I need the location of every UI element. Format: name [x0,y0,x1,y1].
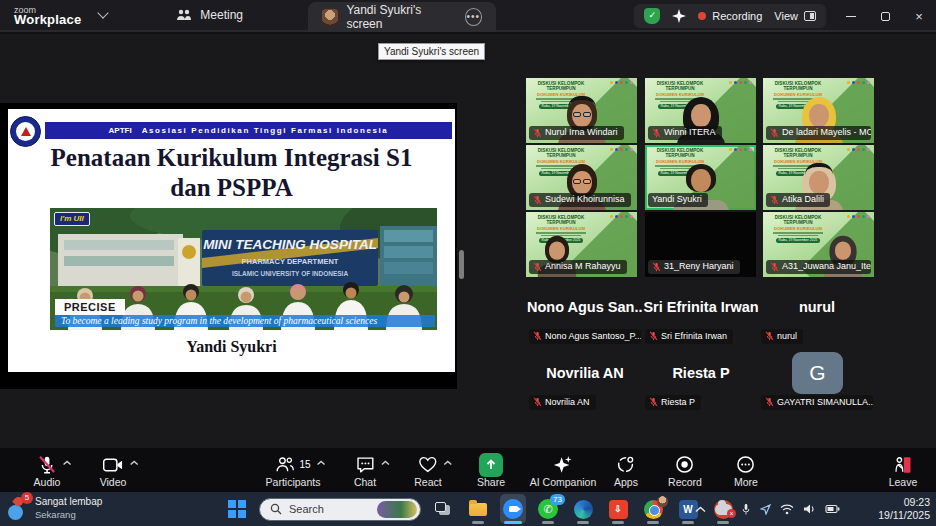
battery-icon[interactable] [825,504,840,514]
wifi-icon[interactable] [780,504,794,515]
start-button[interactable] [224,494,250,524]
apps-button[interactable]: Record Apps [614,450,638,492]
chevron-up-icon[interactable] [444,460,453,466]
react-button[interactable]: React [414,450,441,492]
edge-icon [574,500,593,519]
share-button[interactable]: Share [477,450,505,492]
chevron-down-icon[interactable] [98,7,109,18]
audio-button[interactable]: Audio [34,450,61,492]
zoom-workplace-logo: zoom Workplace [14,5,81,25]
participant-big-name: Sri Efrinita Irwan [643,299,759,315]
muted-mic-icon [533,128,542,138]
people-icon [176,8,192,22]
chrome-button[interactable] [640,494,666,524]
recording-label: Recording [712,10,762,22]
ai-companion-button[interactable]: AI Companion [530,450,597,492]
video-tile[interactable]: DISKUSI KELOMPOKTERPUMPUNDOKUMEN KURIKUL… [763,78,874,143]
participant-nameplate: Novrilia AN [529,395,596,410]
leave-button[interactable]: Leave [889,450,918,492]
slide-author: Yandi Syukri [8,338,455,356]
clock-time: 09:23 [878,496,930,509]
recording-indicator[interactable]: Recording [698,10,762,22]
tab-tooltip: Yandi Syukri's screen [378,43,485,60]
ai-sparkle-icon[interactable] [672,9,686,23]
location-arrow-icon[interactable] [760,504,771,515]
tray-chevron-up-icon[interactable] [695,506,706,513]
camera-icon [102,457,123,473]
chat-button[interactable]: Chat [354,450,376,492]
video-button[interactable]: Video [100,450,127,492]
zoom-app-button[interactable] [500,494,526,524]
video-tile[interactable]: DISKUSI KELOMPOKTERPUMPUNDOKUMEN KURIKUL… [526,145,637,210]
file-explorer-button[interactable] [465,494,491,524]
svg-text:PHARMACY DEPARTMENT: PHARMACY DEPARTMENT [242,257,339,266]
record-button[interactable]: Record [668,450,702,492]
video-tile[interactable]: DISKUSI KELOMPOKTERPUMPUNDOKUMEN KURIKUL… [526,212,637,277]
onedrive-error-icon[interactable]: × [715,504,732,515]
whatsapp-badge: 73 [550,494,565,505]
maximize-button[interactable] [868,0,902,32]
muted-mic-icon [770,195,779,205]
muted-mic-icon [652,128,661,138]
tray-mic-icon[interactable] [741,503,751,516]
search-daily-image [377,501,417,518]
volume-icon[interactable] [803,503,816,515]
audio-tile[interactable]: nurul nurul [759,286,875,351]
meeting-toolbar: Audio Video 15 Participants Chat React [0,448,936,492]
video-tile-camera-off[interactable]: 31_Reny Haryani [645,212,756,277]
tab-shared-screen[interactable]: Yandi Syukri's screen ••• [308,2,496,32]
clock-date: 19/11/2025 [878,509,930,522]
video-tile[interactable]: DISKUSI KELOMPOKTERPUMPUNDOKUMEN KURIKUL… [763,145,874,210]
scrollbar-thumb[interactable] [459,250,464,279]
audio-tile[interactable]: G GAYATRI SIMANULLA... [759,352,875,417]
tab-shared-screen-label: Yandi Syukri's screen [346,3,456,31]
close-button[interactable]: × [902,0,936,32]
video-tile[interactable]: DISKUSI KELOMPOKTERPUMPUNDOKUMEN KURIKUL… [763,212,874,277]
video-tile-active-speaker[interactable]: DISKUSI KELOMPOKTERPUMPUNDOKUMEN KURIKUL… [645,145,756,210]
chevron-up-icon[interactable] [381,460,390,466]
notification-badge: 5 [21,492,33,504]
whatsapp-icon: ✆73 [538,499,558,519]
pdf-app-button[interactable]: ⇩ [605,494,631,524]
weather-condition: Sangat lembap [35,495,102,508]
audio-tile[interactable]: Riesta P Riesta P [643,352,759,417]
task-view-button[interactable] [430,494,456,524]
chevron-up-icon[interactable] [62,460,71,466]
more-icon [737,455,756,474]
participants-icon [275,456,294,474]
chrome-profile-avatar [657,496,668,507]
minimize-button[interactable] [834,0,868,32]
weather-icon: 5 [8,495,28,521]
video-tile[interactable]: DISKUSI KELOMPOKTERPUMPUN DOKUMEN KURIKU… [526,78,637,143]
muted-mic-icon [652,262,661,272]
tab-meeting[interactable]: Meeting [162,0,257,31]
search-icon [270,503,282,515]
taskbar-clock[interactable]: 09:23 19/11/2025 [878,496,930,522]
chevron-up-icon[interactable] [129,460,138,466]
participants-button[interactable]: 15 Participants [266,450,321,492]
participant-nameplate: De ladari Mayelis - MC [766,126,871,141]
more-button[interactable]: More [734,450,758,492]
tab-options-icon[interactable]: ••• [465,8,482,26]
shared-slide: APTFI Asosiasi Pendidikan Tinggi Farmasi… [8,109,455,372]
security-shield-icon[interactable]: ✓ [644,8,660,24]
org-abbr: APTFI [109,126,132,135]
chevron-up-icon[interactable] [317,460,326,466]
slide-banner: APTFI Asosiasi Pendidikan Tinggi Farmasi… [45,122,452,139]
edge-button[interactable] [570,494,596,524]
audio-tile[interactable]: Novrilia AN Novrilia AN [527,352,643,417]
view-button[interactable]: View [774,10,816,22]
audio-tile[interactable]: Sri Efrinita Irwan Sri Efrinita Irwan [643,286,759,351]
weather-widget[interactable]: 5 Sangat lembap Sekarang [8,495,102,521]
audio-tile[interactable]: Nono Agus San... Nono Agus Santoso_P... [527,286,643,351]
participant-nameplate: Nurul Irna Windari [529,126,624,141]
leave-icon [893,455,913,475]
video-tile[interactable]: DISKUSI KELOMPOKTERPUMPUNDOKUMEN KURIKUL… [645,78,756,143]
whatsapp-button[interactable]: ✆73 [535,494,561,524]
muted-mic-icon [533,262,542,272]
chrome-icon [644,500,663,519]
pdf-app-icon: ⇩ [609,500,628,519]
participant-big-name: nurul [759,299,875,315]
aptfi-logo [10,116,41,147]
search-box[interactable]: Search [259,498,421,521]
